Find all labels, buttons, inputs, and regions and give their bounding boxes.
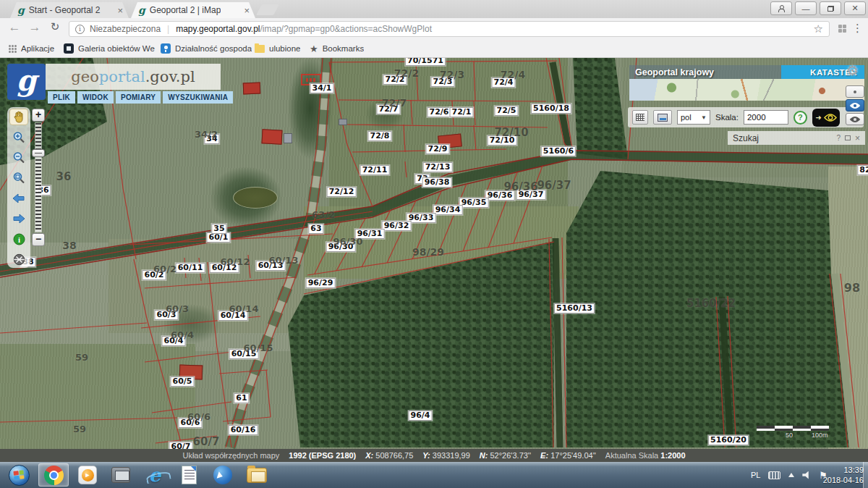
svg-text:i: i — [17, 235, 20, 243]
arrow-icon: ➜ — [815, 114, 821, 122]
arrow-right-icon — [12, 214, 25, 224]
identify-tool[interactable]: i — [9, 231, 28, 248]
url-separator: | — [167, 24, 169, 34]
layer-visibility-stack — [846, 85, 864, 125]
panel-help-icon[interactable]: ? — [836, 134, 841, 142]
tab-close-icon[interactable]: × — [244, 5, 250, 16]
menu-pomiary[interactable]: POMIARY — [116, 91, 161, 104]
minimize-button[interactable]: — — [795, 1, 817, 15]
zoom-slider-plus[interactable]: + — [32, 109, 45, 122]
url-host: mapy.geoportal.gov.pl — [176, 24, 260, 34]
bookmark-dzialalnosc[interactable]: Działalność gospoda — [161, 40, 252, 57]
start-button[interactable] — [4, 463, 34, 487]
taskbar-internet-explorer[interactable]: e — [140, 463, 170, 487]
reload-icon[interactable]: ↻ — [46, 20, 64, 33]
taskbar-thunderbird[interactable] — [208, 463, 238, 487]
previous-view-tool[interactable] — [9, 190, 28, 207]
taskbar-clock[interactable]: 13:39 2018-04-16 — [823, 465, 864, 485]
browser-tab-strip: g Start - Geoportal 2 × g Geoportal 2 | … — [0, 0, 868, 18]
drag-handle-button[interactable] — [846, 85, 864, 98]
clear-selection-tool[interactable] — [9, 251, 28, 268]
profile-icon[interactable] — [770, 1, 792, 15]
close-button[interactable]: ✕ — [844, 1, 866, 15]
n-value: 52°26'3.73'' — [490, 451, 531, 460]
tray-expand-icon[interactable] — [788, 473, 794, 477]
panel-close-icon[interactable]: × — [855, 133, 860, 143]
bookmark-galeria[interactable]: Galeria obiektów We — [64, 40, 155, 57]
grid-layers-button[interactable] — [632, 110, 648, 125]
taskbar-writer[interactable] — [174, 463, 204, 487]
overview-map-thumbnail[interactable] — [629, 79, 864, 101]
zoom-slider-minus[interactable]: − — [32, 233, 45, 246]
print-icon — [658, 114, 668, 122]
parcel-label: 60/16 — [229, 425, 258, 435]
parcel-label: 60/2 — [153, 264, 176, 274]
help-icon[interactable]: ? — [793, 111, 807, 125]
show-desktop-button[interactable] — [863, 462, 868, 488]
zoom-extent-tool[interactable] — [9, 169, 28, 186]
parcel-label: 72/11 — [360, 165, 390, 175]
zoom-slider-handle[interactable] — [32, 149, 45, 157]
parcel-label: 60/5 — [171, 376, 195, 387]
scale-input[interactable] — [744, 110, 788, 125]
parcel-label: 60/14 — [229, 303, 259, 314]
current-scale-label: Aktualna Skala — [605, 451, 658, 460]
menu-widok[interactable]: WIDOK — [77, 91, 114, 104]
taskbar-chrome[interactable] — [38, 463, 69, 487]
gear-icon[interactable]: ⚙ — [846, 62, 859, 79]
print-composer-button[interactable] — [653, 110, 672, 125]
parcel-label: 60/7 — [169, 442, 193, 449]
tab-close-icon[interactable]: × — [117, 5, 123, 16]
parcel-label: 96/38 — [422, 177, 452, 188]
y-value: 393319,99 — [433, 451, 470, 460]
menu-wyszukiwania[interactable]: WYSZUKIWANIA — [163, 91, 233, 104]
restore-button[interactable] — [820, 1, 841, 15]
extension-icon[interactable] — [838, 25, 846, 33]
keyboard-icon[interactable] — [768, 471, 780, 479]
panel-maximize-icon[interactable] — [845, 135, 851, 140]
menu-plik[interactable]: PLIK — [48, 91, 75, 104]
taskbar-file-manager[interactable] — [242, 463, 272, 487]
parcel-label: 34/1 — [310, 83, 334, 93]
y-label: Y: — [422, 451, 430, 460]
parcel-label: 60/7 — [193, 435, 220, 448]
layer-hidden-button[interactable] — [846, 113, 864, 125]
pan-hand-tool[interactable] — [9, 109, 28, 125]
language-select[interactable]: pol ▼ — [677, 110, 710, 125]
layer-visible-button[interactable] — [846, 99, 864, 112]
next-view-tool[interactable] — [9, 211, 28, 227]
search-panel-header[interactable]: Szukaj ? × — [728, 131, 865, 145]
browser-navbar: ← → ↻ i Niezabezpieczona | mapy.geoporta… — [0, 18, 868, 40]
taskbar-capture-tool[interactable] — [106, 463, 136, 487]
parcel-label: 96/35 — [459, 198, 489, 208]
language-indicator[interactable]: PL — [751, 471, 760, 479]
bookmark-star-icon[interactable]: ☆ — [814, 22, 823, 35]
zoom-in-tool[interactable] — [9, 129, 28, 146]
new-tab-button[interactable] — [256, 4, 279, 15]
address-bar[interactable]: i Niezabezpieczona | mapy.geoportal.gov.… — [69, 21, 830, 37]
zoom-slider-track[interactable] — [35, 123, 41, 232]
x-value: 508766,75 — [375, 451, 413, 460]
zoom-out-tool[interactable] — [9, 149, 28, 166]
forward-icon[interactable]: → — [26, 20, 43, 35]
info-icon[interactable]: i — [75, 25, 85, 34]
zoom-in-icon — [12, 131, 25, 144]
taskbar-media-player[interactable]: ► — [72, 463, 103, 487]
bookmark-bookmarks[interactable]: ★ Bookmarks — [310, 40, 364, 57]
tab-geoportal-imap[interactable]: g Geoportal 2 | iMap × — [131, 2, 255, 18]
current-scale-value: 1:2000 — [660, 451, 685, 460]
tab-start-geoportal[interactable]: g Start - Geoportal 2 × — [10, 2, 129, 18]
parcel-label: 60/11 — [176, 263, 205, 273]
visibility-toggle-button[interactable]: ➜ — [812, 109, 840, 127]
bookmark-apps[interactable]: Aplikacje — [9, 40, 54, 57]
bookmark-folder-ulubione[interactable]: ulubione — [255, 40, 300, 57]
crs-value: 1992 (EPSG 2180) — [289, 451, 356, 460]
browser-menu-icon[interactable]: ⋮ — [852, 22, 863, 35]
system-tray: PL ⚑ — [751, 462, 827, 488]
back-icon[interactable]: ← — [6, 20, 23, 35]
bookmark-label: Galeria obiektów We — [78, 44, 155, 53]
overview-panel-header: Geoportal krajowy KATASTER — [629, 65, 864, 79]
geoportal-logo-icon[interactable]: g — [7, 64, 46, 100]
windows-taskbar: ► e PL ⚑ 13:39 2018-04-16 — [0, 462, 868, 488]
speaker-icon[interactable] — [802, 471, 811, 479]
